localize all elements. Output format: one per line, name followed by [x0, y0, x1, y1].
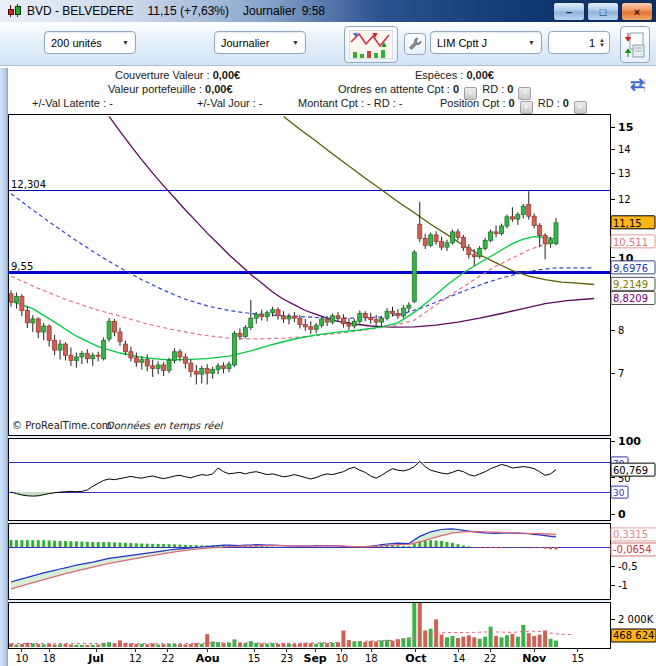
order-book-icon — [624, 31, 646, 59]
window-title-symbol: BVD - BELVEDERE — [27, 4, 133, 18]
minimize-icon: – — [566, 6, 572, 18]
candlestick-logo-icon — [6, 4, 21, 18]
ordres-cpt-label: Cpt : — [427, 83, 450, 95]
chart-area: 12,3049,55© ProRealTime.comDonnées en te… — [0, 114, 656, 666]
svg-text:60,769: 60,769 — [613, 465, 648, 476]
order-book-button[interactable] — [620, 26, 650, 63]
couverture-label: Couverture Valeur : — [115, 69, 210, 81]
copyright-realtime: Données en temps réel — [106, 420, 224, 432]
level-label: 12,304 — [11, 179, 46, 190]
ordres-label: Ordres en attente — [338, 83, 424, 95]
val-latente: +/-Val Latente : - — [32, 97, 113, 109]
order-type-value: LIM Cptt J — [437, 37, 487, 49]
svg-text:8: 8 — [618, 325, 624, 336]
ordres-rd-value: 0 — [507, 83, 513, 95]
position-rd-value: 0 — [563, 97, 569, 109]
svg-text:30: 30 — [613, 488, 625, 498]
svg-text:0,3315: 0,3315 — [613, 529, 648, 540]
position-cpt-label: Cpt : — [482, 97, 505, 109]
x-axis-label: 18 — [43, 653, 56, 664]
close-button[interactable]: × — [621, 2, 653, 21]
x-axis-label: Jul — [87, 652, 104, 665]
up-down-arrows-icon: ↓↑ — [642, 77, 647, 93]
svg-text:-0,5: -0,5 — [618, 561, 638, 572]
chevron-down-icon: ▼ — [122, 39, 129, 46]
sync-positions-button[interactable]: ⇄ ↓↑ — [630, 74, 647, 95]
svg-text:14: 14 — [618, 144, 631, 155]
svg-text:7: 7 — [618, 368, 624, 379]
chart-style-button[interactable] — [344, 26, 398, 63]
val-jour: +/-Val Jour : - — [197, 97, 263, 109]
ordres-cpt-value: 0 — [453, 83, 459, 95]
svg-text:100: 100 — [618, 435, 641, 448]
montant-values: Cpt : - RD : - — [341, 97, 403, 109]
quantity-stepper[interactable]: 1 ▲▼ — [548, 31, 610, 54]
x-axis-label: 15 — [571, 653, 584, 664]
close-position-cpt-icon[interactable]: × — [520, 101, 533, 114]
especes-label: Espèces : — [415, 69, 463, 81]
toolbar: 200 unités ▼ Journalier ▼ — [0, 22, 656, 66]
window-title-price: 11,15 (+7,63%) — [147, 4, 229, 18]
maximize-icon: □ — [600, 6, 607, 18]
x-axis-label: Sep — [303, 652, 326, 665]
x-axis-label: 10 — [335, 653, 348, 664]
svg-text:468 624: 468 624 — [613, 630, 654, 641]
order-settings-button[interactable] — [404, 33, 426, 55]
order-type-select[interactable]: LIM Cptt J ▼ — [430, 31, 542, 54]
panel-splitter[interactable] — [0, 68, 8, 666]
account-info-panel: Couverture Valeur : 0,00€ Espèces : 0,00… — [0, 66, 656, 114]
svg-text:-1: -1 — [618, 580, 628, 591]
especes-value: 0,00€ — [466, 69, 494, 81]
svg-text:9,2149: 9,2149 — [613, 279, 648, 290]
chart-canvas[interactable]: 12,3049,55© ProRealTime.comDonnées en te… — [0, 114, 656, 666]
maximize-button[interactable]: □ — [587, 2, 619, 21]
chevron-down-icon: ▼ — [528, 39, 535, 46]
chevron-down-icon: ▼ — [292, 39, 299, 46]
period-select[interactable]: Journalier ▼ — [214, 31, 306, 54]
svg-text:12: 12 — [618, 194, 631, 205]
portefeuille-value: 0,00€ — [205, 83, 233, 95]
x-axis-label: 23 — [280, 653, 293, 664]
svg-text:10,511: 10,511 — [613, 237, 648, 248]
couverture-value: 0,00€ — [213, 69, 241, 81]
x-axis-label: 10 — [16, 653, 29, 664]
mini-chart-icon — [349, 30, 393, 59]
minimize-button[interactable]: – — [553, 2, 585, 21]
units-select[interactable]: 200 unités ▼ — [44, 31, 136, 54]
svg-text:15: 15 — [618, 121, 633, 134]
close-position-rd-icon[interactable]: × — [574, 101, 587, 114]
x-axis-label: 12 — [129, 653, 142, 664]
wrench-icon — [408, 37, 422, 51]
svg-text:2 000K: 2 000K — [618, 614, 654, 625]
svg-text:9,6976: 9,6976 — [613, 263, 648, 274]
x-axis-label: 22 — [484, 653, 497, 664]
svg-text:0: 0 — [618, 508, 626, 521]
window-title-period: Journalier — [243, 4, 296, 18]
svg-text:13: 13 — [618, 168, 631, 179]
svg-text:11,15: 11,15 — [613, 218, 642, 229]
ordres-rd-label: RD : — [482, 83, 504, 95]
portefeuille-label: Valeur portefeuille : — [108, 83, 202, 95]
montant-label: Montant — [298, 97, 338, 109]
x-axis-label: 14 — [453, 653, 466, 664]
copyright: © ProRealTime.com — [12, 420, 112, 431]
position-label: Position — [440, 97, 479, 109]
period-select-value: Journalier — [221, 37, 269, 49]
svg-text:-0,0654: -0,0654 — [613, 544, 652, 555]
trading-window: BVD - BELVEDERE 11,15 (+7,63%) Journalie… — [0, 0, 656, 666]
title-bar[interactable]: BVD - BELVEDERE 11,15 (+7,63%) Journalie… — [0, 0, 656, 22]
x-axis-label: 22 — [162, 653, 175, 664]
x-axis-label: 15 — [248, 653, 261, 664]
x-axis-label: 18 — [365, 653, 378, 664]
svg-text:8,8209: 8,8209 — [613, 293, 648, 304]
position-cpt-value: 0 — [509, 97, 515, 109]
units-select-value: 200 unités — [51, 37, 102, 49]
x-axis-label: Oct — [405, 652, 426, 665]
stepper-arrows-icon[interactable]: ▲▼ — [599, 38, 609, 48]
close-icon: × — [634, 6, 640, 18]
quantity-value: 1 — [549, 37, 599, 49]
position-rd-label: RD : — [538, 97, 560, 109]
x-axis-label: Nov — [522, 652, 547, 665]
level-label: 9,55 — [11, 261, 33, 272]
window-title-time: 9:58 — [302, 4, 325, 18]
